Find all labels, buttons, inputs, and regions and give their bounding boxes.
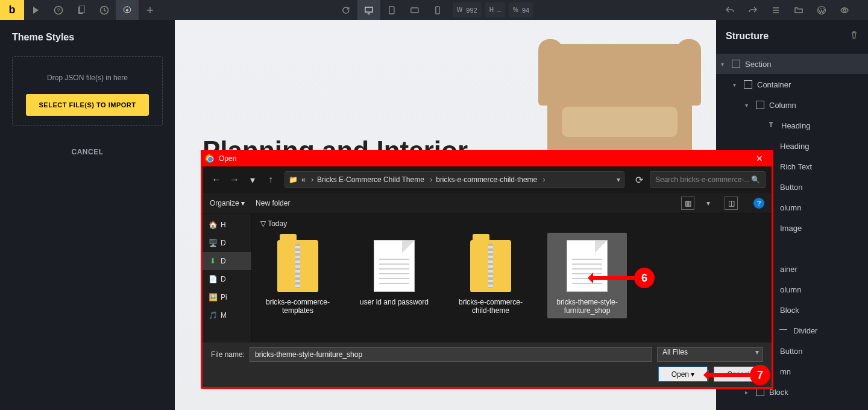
play-icon[interactable] <box>24 0 47 20</box>
search-icon: 🔍 <box>751 175 760 184</box>
svg-rect-8 <box>389 7 394 14</box>
dialog-navbar: ← → ▾ ↑ 📁 « Bricks E-Commerce Child Them… <box>203 166 772 193</box>
desktop-icon[interactable] <box>357 0 380 20</box>
svg-rect-9 <box>411 8 418 13</box>
top-toolbar: b ? W992 H– %94 <box>0 0 868 20</box>
svg-rect-7 <box>365 7 373 12</box>
dialog-file-area[interactable]: ▽ Today bricks-e-commerce-templatesuser … <box>252 213 772 342</box>
quickaccess-item[interactable]: 🖼️Pi <box>203 288 251 306</box>
dialog-help-icon[interactable]: ? <box>753 198 764 209</box>
breadcrumb-seg[interactable]: « <box>301 175 313 184</box>
dialog-cancel-button[interactable]: Cancel <box>714 367 763 382</box>
tablet-landscape-icon[interactable] <box>403 0 426 20</box>
reload-icon[interactable] <box>335 0 357 20</box>
chevron-down-icon[interactable]: ▾ <box>617 175 620 184</box>
file-item[interactable]: bricks-e-commerce-child-theme <box>451 233 530 318</box>
nav-up-icon[interactable]: ↑ <box>263 172 278 188</box>
app-logo[interactable]: b <box>0 0 24 20</box>
open-button[interactable]: Open ▾ <box>658 367 708 382</box>
filetype-select[interactable]: All Files <box>657 347 763 362</box>
address-bar[interactable]: 📁 « Bricks E-Commerce Child Theme bricks… <box>285 171 624 188</box>
preview-icon[interactable] <box>833 0 856 20</box>
filename-input[interactable] <box>250 347 652 362</box>
quickaccess-item[interactable]: 📄D <box>203 270 251 288</box>
quickaccess-item[interactable]: ⬇D <box>203 252 251 270</box>
nav-back-icon[interactable]: ← <box>209 172 224 188</box>
file-item[interactable]: bricks-e-commerce-templates <box>258 233 338 318</box>
dialog-title: Open <box>219 154 236 163</box>
file-open-dialog: Open ✕ ← → ▾ ↑ 📁 « Bricks E-Commerce Chi… <box>201 150 773 389</box>
close-icon[interactable]: ✕ <box>750 154 769 163</box>
wordpress-icon[interactable] <box>810 0 833 20</box>
svg-rect-4 <box>80 5 84 13</box>
pages-icon[interactable] <box>70 0 93 20</box>
help-icon[interactable]: ? <box>47 0 70 20</box>
file-item[interactable]: user id and password <box>354 233 434 318</box>
chrome-icon <box>206 154 214 163</box>
new-folder-button[interactable]: New folder <box>256 199 290 207</box>
tree-node[interactable]: ▾Container <box>716 74 868 95</box>
tablet-portrait-icon[interactable] <box>380 0 403 20</box>
quickaccess-item[interactable]: 🎵M <box>203 306 251 324</box>
file-group-label: ▽ Today <box>260 219 772 228</box>
nav-forward-icon[interactable]: → <box>227 172 242 188</box>
dialog-search-input[interactable]: Search bricks-e-commerce-... 🔍 <box>650 171 766 188</box>
preview-pane-icon[interactable]: ◫ <box>725 197 738 210</box>
folder-chip-icon: 📁 <box>289 175 298 184</box>
breadcrumb-seg[interactable]: Bricks E-Commerce Child Theme <box>317 175 432 184</box>
redo-icon[interactable] <box>741 0 764 20</box>
folder-icon[interactable] <box>787 0 810 20</box>
cancel-import-button[interactable]: CANCEL <box>12 148 163 156</box>
mobile-icon[interactable] <box>426 0 449 20</box>
delete-icon[interactable] <box>850 31 858 42</box>
tree-node[interactable]: Heading <box>716 115 868 136</box>
file-item[interactable]: bricks-theme-style-furniture_shop <box>547 233 627 318</box>
width-box[interactable]: W992 <box>453 2 482 17</box>
view-mode-icon[interactable]: ▥ <box>681 197 694 210</box>
svg-point-6 <box>126 9 128 11</box>
refresh-icon[interactable]: ⟳ <box>631 174 647 186</box>
quickaccess-item[interactable]: 🏠H <box>203 216 251 234</box>
search-placeholder-text: Search bricks-e-commerce-... <box>655 175 750 184</box>
tree-node[interactable]: ▾Column <box>716 95 868 115</box>
quickaccess-item[interactable]: 🖥️D <box>203 234 251 252</box>
panel-title: Theme Styles <box>12 32 163 43</box>
svg-text:?: ? <box>57 7 60 13</box>
nav-recent-icon[interactable]: ▾ <box>245 172 260 188</box>
select-files-button[interactable]: SELECT FILE(S) TO IMPORT <box>26 94 149 116</box>
list-icon[interactable] <box>764 0 787 20</box>
undo-icon[interactable] <box>719 0 741 20</box>
dialog-sidebar[interactable]: 🏠H🖥️D⬇D📄D🖼️Pi🎵M <box>203 213 252 342</box>
height-box[interactable]: H– <box>485 2 505 17</box>
viewport-controls: W992 H– %94 <box>335 0 533 20</box>
svg-rect-10 <box>436 7 439 14</box>
breadcrumb-seg[interactable]: bricks-e-commerce-child-theme <box>436 175 545 184</box>
tree-node[interactable]: ▾Section <box>716 54 868 74</box>
structure-title: Structure <box>726 31 769 42</box>
drop-hint: Drop JSON file(s) in here <box>20 74 155 82</box>
json-drop-zone[interactable]: Drop JSON file(s) in here SELECT FILE(S)… <box>12 56 163 126</box>
settings-icon[interactable] <box>116 0 139 20</box>
svg-point-12 <box>843 9 846 11</box>
dialog-titlebar[interactable]: Open ✕ <box>201 150 773 166</box>
theme-styles-panel: Theme Styles Drop JSON file(s) in here S… <box>0 20 175 410</box>
organize-menu[interactable]: Organize ▾ <box>210 199 245 207</box>
add-icon[interactable] <box>139 0 162 20</box>
filename-label: File name: <box>211 350 245 359</box>
history-icon[interactable] <box>93 0 116 20</box>
zoom-box[interactable]: %94 <box>509 2 533 17</box>
svg-marker-0 <box>33 7 39 14</box>
